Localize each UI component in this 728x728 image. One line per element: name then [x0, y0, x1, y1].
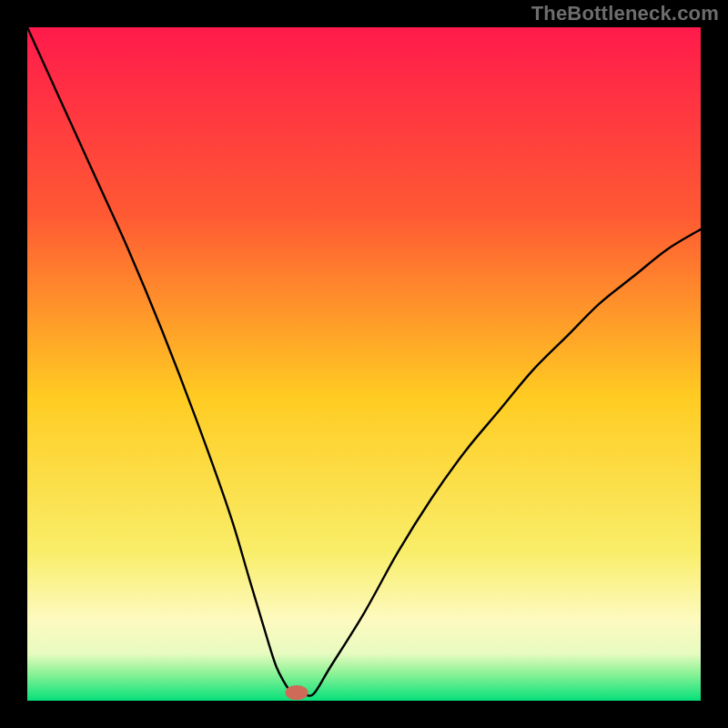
gradient-background: [27, 27, 701, 701]
chart-svg: [27, 27, 701, 701]
minimum-marker: [285, 685, 308, 700]
watermark-text: TheBottleneck.com: [531, 2, 719, 25]
plot-area: [27, 27, 701, 701]
chart-frame: TheBottleneck.com: [0, 0, 728, 728]
